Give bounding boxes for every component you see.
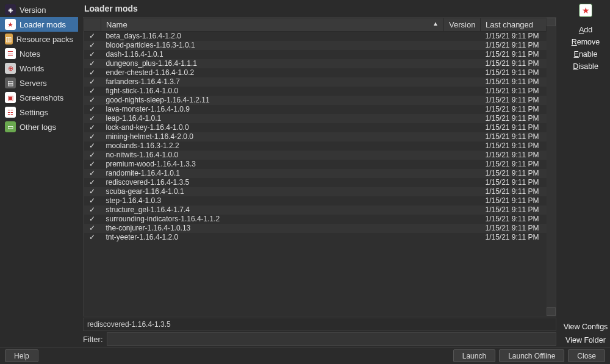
mod-enabled-check[interactable]: ✓ [84,169,101,178]
table-row[interactable]: ✓no-nitwits-1.16.4-1.0.01/15/21 9:11 PM [84,151,547,160]
mod-enabled-check[interactable]: ✓ [84,187,101,196]
table-row[interactable]: ✓blood-particles-1.16.3-1.0.11/15/21 9:1… [84,41,547,50]
scroll-up-icon[interactable] [547,18,556,26]
action-add[interactable]: Add [579,26,592,34]
mod-version [444,215,481,224]
mods-table-scroll[interactable]: Name ▲ Version Last changed ✓beta_days-1… [84,18,547,316]
sidebar: ◈Version★Loader mods▥Resource packs☰Note… [0,0,78,347]
table-row[interactable]: ✓farlanders-1.16.4-1.3.71/15/21 9:11 PM [84,77,547,87]
page-title: Loader mods [78,0,561,17]
mod-name: dash-1.16.4-1.0.1 [101,50,444,59]
sidebar-item-servers[interactable]: ▤Servers [0,76,78,90]
table-row[interactable]: ✓tnt-yeeter-1.16.4-1.2.01/15/21 9:11 PM [84,233,547,242]
star-icon[interactable]: ★ [579,4,592,17]
table-row[interactable]: ✓structure_gel-1.16.4-1.7.41/15/21 9:11 … [84,205,547,215]
mod-date: 1/15/21 9:11 PM [481,32,547,41]
mod-date: 1/15/21 9:11 PM [481,196,547,205]
action-enable[interactable]: Enable [574,50,598,59]
table-row[interactable]: ✓lava-monster-1.16.4-1.0.91/15/21 9:11 P… [84,105,547,114]
mod-enabled-check[interactable]: ✓ [84,196,101,205]
mod-date: 1/15/21 9:11 PM [481,224,547,233]
scrollbar-vertical[interactable] [547,18,556,316]
mod-enabled-check[interactable]: ✓ [84,215,101,224]
col-header-name[interactable]: Name ▲ [101,18,444,32]
sidebar-item-loader-mods[interactable]: ★Loader mods [0,17,78,32]
col-header-version[interactable]: Version [444,18,481,32]
mod-enabled-check[interactable]: ✓ [84,233,101,242]
mod-enabled-check[interactable]: ✓ [84,41,101,50]
help-button[interactable]: Help [5,349,38,362]
mod-enabled-check[interactable]: ✓ [84,224,101,233]
sidebar-item-worlds[interactable]: ⊕Worlds [0,61,78,76]
action-view-folder[interactable]: View Folder [565,336,606,344]
mod-version [444,41,481,50]
mod-enabled-check[interactable]: ✓ [84,151,101,160]
mod-name: beta_days-1.16.4-1.2.0 [101,32,444,41]
table-row[interactable]: ✓dash-1.16.4-1.0.11/15/21 9:11 PM [84,50,547,59]
mod-name: surrounding-indicators-1.16.4-1.1.2 [101,215,444,224]
mod-version [444,151,481,160]
table-row[interactable]: ✓rediscovered-1.16.4-1.3.51/15/21 9:11 P… [84,178,547,187]
table-row[interactable]: ✓fight-stick-1.16.4-1.0.01/15/21 9:11 PM [84,87,547,96]
table-row[interactable]: ✓ender-chested-1.16.4-1.0.21/15/21 9:11 … [84,68,547,77]
mod-version [444,160,481,169]
table-row[interactable]: ✓randomite-1.16.4-1.0.11/15/21 9:11 PM [84,169,547,178]
mod-enabled-check[interactable]: ✓ [84,96,101,105]
mod-enabled-check[interactable]: ✓ [84,123,101,132]
mod-enabled-check[interactable]: ✓ [84,141,101,151]
table-row[interactable]: ✓premium-wood-1.16.4-1.3.31/15/21 9:11 P… [84,160,547,169]
mod-enabled-check[interactable]: ✓ [84,205,101,215]
col-header-name-label: Name [106,20,127,29]
mod-enabled-check[interactable]: ✓ [84,160,101,169]
sort-asc-icon: ▲ [432,20,439,27]
table-row[interactable]: ✓the-conjurer-1.16.4-1.0.131/15/21 9:11 … [84,224,547,233]
table-row[interactable]: ✓dungeons_plus-1.16.4-1.1.11/15/21 9:11 … [84,59,547,68]
mod-version [444,50,481,59]
mod-enabled-check[interactable]: ✓ [84,132,101,141]
table-row[interactable]: ✓mining-helmet-1.16.4-2.0.01/15/21 9:11 … [84,132,547,141]
mod-date: 1/15/21 9:11 PM [481,205,547,215]
table-row[interactable]: ✓step-1.16.4-1.0.31/15/21 9:11 PM [84,196,547,205]
table-row[interactable]: ✓good-nights-sleep-1.16.4-1.2.111/15/21 … [84,96,547,105]
scroll-down-icon[interactable] [547,307,556,316]
mod-enabled-check[interactable]: ✓ [84,77,101,87]
col-header-lastchanged[interactable]: Last changed [481,18,547,32]
table-row[interactable]: ✓beta_days-1.16.4-1.2.01/15/21 9:11 PM [84,32,547,41]
action-view-configs[interactable]: View Configs [564,323,608,331]
table-row[interactable]: ✓lock-and-key-1.16.4-1.0.01/15/21 9:11 P… [84,123,547,132]
sidebar-item-resource-packs[interactable]: ▥Resource packs [0,32,78,46]
sidebar-item-other-logs[interactable]: ▭Other logs [0,120,78,134]
sidebar-item-notes[interactable]: ☰Notes [0,46,78,61]
sidebar-item-label: Worlds [20,64,44,73]
scroll-track[interactable] [547,26,556,307]
mod-name: scuba-gear-1.16.4-1.0.1 [101,187,444,196]
table-row[interactable]: ✓scuba-gear-1.16.4-1.0.11/15/21 9:11 PM [84,187,547,196]
table-row[interactable]: ✓moolands-1.16.3-1.2.21/15/21 9:11 PM [84,141,547,151]
mod-version [444,32,481,41]
table-row[interactable]: ✓surrounding-indicators-1.16.4-1.1.21/15… [84,215,547,224]
mods-table-container: Name ▲ Version Last changed ✓beta_days-1… [83,17,556,316]
action-disable[interactable]: Disable [573,62,598,71]
mod-name: leap-1.16.4-1.0.1 [101,114,444,123]
mod-enabled-check[interactable]: ✓ [84,59,101,68]
launch-button[interactable]: Launch [453,349,495,362]
sidebar-item-settings[interactable]: ☷Settings [0,105,78,120]
launch-offline-button[interactable]: Launch Offline [499,349,564,362]
table-row[interactable]: ✓leap-1.16.4-1.0.11/15/21 9:11 PM [84,114,547,123]
mod-enabled-check[interactable]: ✓ [84,105,101,114]
mod-enabled-check[interactable]: ✓ [84,114,101,123]
mod-enabled-check[interactable]: ✓ [84,68,101,77]
mod-enabled-check[interactable]: ✓ [84,178,101,187]
sidebar-item-screenshots[interactable]: ▣Screenshots [0,90,78,105]
col-header-check[interactable] [84,18,101,32]
filter-input[interactable] [107,332,557,346]
close-button[interactable]: Close [568,349,605,362]
mod-enabled-check[interactable]: ✓ [84,87,101,96]
mod-version [444,114,481,123]
mod-version [444,68,481,77]
sidebar-item-version[interactable]: ◈Version [0,2,78,17]
mod-date: 1/15/21 9:11 PM [481,178,547,187]
mod-enabled-check[interactable]: ✓ [84,32,101,41]
mod-enabled-check[interactable]: ✓ [84,50,101,59]
action-remove[interactable]: Remove [572,38,600,46]
